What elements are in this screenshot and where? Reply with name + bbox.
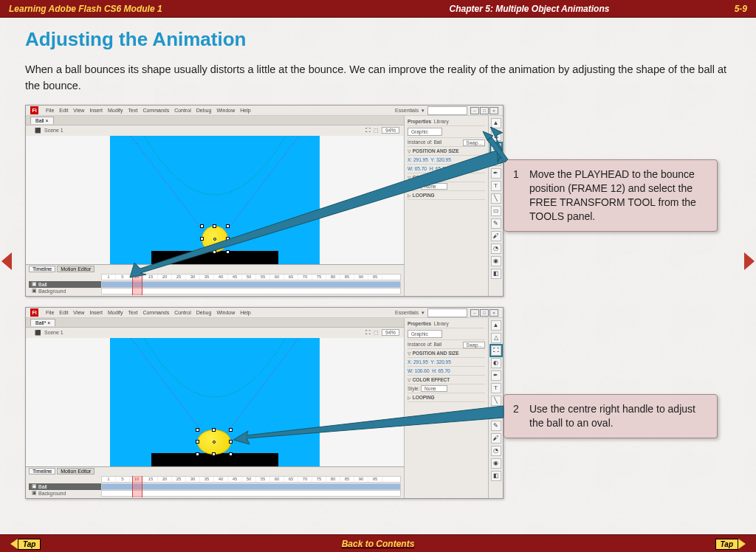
back-to-contents-link[interactable]: Back to Contents — [342, 539, 415, 549]
swap-button[interactable]: Swap... — [463, 342, 485, 348]
timeline-tab[interactable]: Timeline — [29, 266, 55, 272]
color-effect-header[interactable]: COLOR EFFECT — [413, 377, 450, 382]
text-tool-icon[interactable]: T — [491, 383, 501, 393]
lasso-tool-icon[interactable]: ◐ — [491, 358, 501, 368]
line-tool-icon[interactable]: ╲ — [491, 396, 501, 406]
pos-y[interactable]: Y: 320.95 — [430, 157, 450, 162]
size-w[interactable]: W: 100.60 — [408, 368, 430, 373]
scene-name[interactable]: Scene 1 — [44, 128, 63, 133]
timeline-ruler[interactable]: 15101520253035404550556065707580859095 — [101, 476, 401, 483]
menu-view[interactable]: View — [73, 108, 84, 113]
menu-help[interactable]: Help — [240, 310, 250, 315]
motion-editor-tab[interactable]: Motion Editor — [57, 266, 94, 272]
text-tool-icon[interactable]: T — [491, 181, 501, 191]
playhead[interactable] — [132, 274, 142, 295]
transform-handle[interactable] — [226, 237, 230, 241]
transform-handle[interactable] — [229, 428, 233, 432]
menu-window[interactable]: Window — [216, 108, 235, 113]
menu-help[interactable]: Help — [240, 108, 250, 113]
stage-area[interactable] — [26, 338, 404, 466]
transform-handle-right[interactable] — [229, 440, 233, 444]
menu-file[interactable]: File — [46, 108, 54, 113]
style-select[interactable]: None — [421, 183, 447, 190]
eyedropper-tool-icon[interactable]: ◉ — [491, 256, 501, 266]
transform-handle[interactable] — [212, 452, 216, 456]
style-select[interactable]: None — [421, 385, 447, 392]
selection-tool-icon[interactable]: ▲ — [491, 118, 501, 128]
search-input[interactable] — [427, 106, 467, 115]
pencil-tool-icon[interactable]: ✎ — [491, 218, 501, 229]
size-h[interactable]: H: 65.70 — [430, 166, 448, 171]
close-icon[interactable]: × — [489, 107, 498, 114]
zoom-level[interactable]: 94% — [382, 127, 399, 134]
menu-insert[interactable]: Insert — [89, 310, 103, 315]
maximize-icon[interactable]: □ — [480, 107, 489, 114]
timeline-track-ball[interactable] — [101, 281, 401, 288]
stage-area[interactable] — [26, 136, 404, 264]
panel-tab-properties[interactable]: Properties — [408, 321, 431, 326]
menu-control[interactable]: Control — [174, 108, 191, 113]
minimize-icon[interactable]: – — [470, 309, 479, 317]
transform-center[interactable] — [213, 238, 216, 241]
menu-text[interactable]: Text — [128, 108, 138, 113]
maximize-icon[interactable]: □ — [480, 309, 489, 317]
workspace-label[interactable]: Essentials — [395, 310, 419, 315]
minimize-icon[interactable]: – — [470, 107, 479, 114]
menu-insert[interactable]: Insert — [89, 108, 103, 113]
transform-handle[interactable] — [229, 452, 233, 456]
zoom-level[interactable]: 94% — [382, 329, 399, 336]
rectangle-tool-icon[interactable]: ▭ — [491, 206, 501, 216]
brush-tool-icon[interactable]: 🖌 — [491, 231, 501, 241]
scene-name[interactable]: Scene 1 — [44, 330, 63, 335]
transform-handle[interactable] — [200, 237, 204, 241]
close-icon[interactable]: × — [489, 309, 498, 317]
size-h[interactable]: H: 65.70 — [432, 368, 450, 373]
free-transform-tool-icon[interactable]: ⛶ — [491, 345, 501, 356]
menu-modify[interactable]: Modify — [108, 108, 123, 113]
position-size-header[interactable]: POSITION AND SIZE — [413, 148, 459, 153]
timeline-track-background[interactable] — [101, 288, 401, 294]
paint-bucket-tool-icon[interactable]: ◔ — [491, 446, 501, 456]
instance-type-select[interactable]: Graphic — [408, 128, 442, 136]
pen-tool-icon[interactable]: ✒ — [491, 370, 501, 381]
search-input[interactable] — [427, 308, 467, 317]
timeline-tab[interactable]: Timeline — [29, 468, 55, 475]
timeline-track-ball[interactable] — [101, 483, 401, 490]
tap-right[interactable]: Tap — [710, 537, 746, 551]
swap-button[interactable]: Swap... — [463, 139, 485, 146]
motion-editor-tab[interactable]: Motion Editor — [57, 468, 94, 475]
workspace-label[interactable]: Essentials — [395, 108, 419, 113]
menu-view[interactable]: View — [73, 310, 84, 315]
transform-handle[interactable] — [196, 452, 199, 456]
menu-debug[interactable]: Debug — [196, 108, 212, 113]
document-tab[interactable]: Ball × — [30, 117, 54, 124]
transform-handle[interactable] — [200, 224, 204, 228]
document-tab[interactable]: Ball* × — [30, 319, 55, 326]
transform-handle[interactable] — [226, 224, 230, 228]
menu-modify[interactable]: Modify — [108, 310, 123, 315]
pos-x[interactable]: X: 291.95 — [408, 359, 428, 365]
menu-commands[interactable]: Commands — [142, 108, 169, 113]
transform-handle[interactable] — [212, 428, 216, 432]
looping-header[interactable]: LOOPING — [413, 193, 435, 198]
lasso-tool-icon[interactable]: ◐ — [491, 156, 501, 166]
looping-header[interactable]: LOOPING — [413, 395, 435, 400]
eyedropper-tool-icon[interactable]: ◉ — [491, 458, 501, 469]
tap-left[interactable]: Tap — [10, 537, 46, 551]
pen-tool-icon[interactable]: ✒ — [491, 168, 501, 179]
transform-handle[interactable] — [196, 428, 199, 432]
subselection-tool-icon[interactable]: △ — [491, 131, 501, 141]
ball-shape[interactable] — [202, 226, 228, 252]
free-transform-tool-icon[interactable]: ⛶ — [491, 143, 501, 153]
menu-debug[interactable]: Debug — [196, 310, 212, 315]
menu-edit[interactable]: Edit — [59, 108, 68, 113]
timeline-track-background[interactable] — [101, 490, 401, 497]
paint-bucket-tool-icon[interactable]: ◔ — [491, 244, 501, 254]
instance-type-select[interactable]: Graphic — [408, 330, 442, 338]
eraser-tool-icon[interactable]: ◧ — [491, 269, 501, 279]
transform-handle[interactable] — [213, 250, 216, 254]
symbol-nav-icon[interactable]: ⛶ — [365, 330, 371, 335]
menu-edit[interactable]: Edit — [59, 310, 68, 315]
rectangle-tool-icon[interactable]: ▭ — [491, 408, 501, 418]
transform-center[interactable] — [213, 441, 216, 444]
